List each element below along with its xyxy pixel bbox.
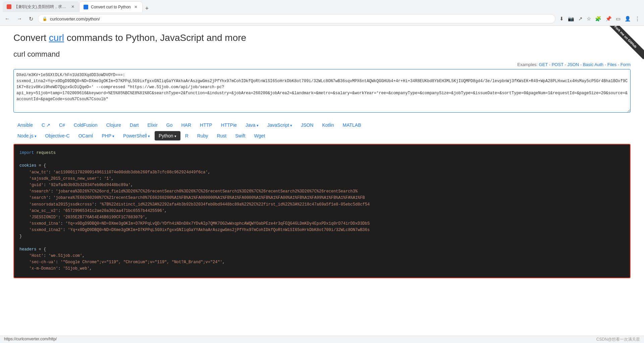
tab-ansible[interactable]: Ansible — [13, 120, 37, 130]
toolbar-icons: ⬇ 📷 ↗ ☆ 🧩 📌 ▭ 👤 ⋮ — [558, 14, 641, 23]
tab-ocaml[interactable]: OCaml — [74, 131, 97, 140]
new-tab-button[interactable]: + — [143, 5, 152, 12]
tab-elixir[interactable]: Elixir — [143, 120, 161, 130]
back-button[interactable]: ← — [3, 14, 12, 23]
tab-favicon-2 — [84, 5, 88, 9]
tab-http[interactable]: HTTP — [196, 120, 216, 130]
code-line-13: } — [19, 233, 625, 240]
tab-nodejs[interactable]: Node.js — [13, 131, 41, 140]
code-line-7: 'search': 'jobarea%7E60260200%7C%21recen… — [19, 195, 625, 201]
tab-json[interactable]: JSON — [297, 120, 317, 130]
main-title-suffix: commands to Python, JavaScript and more — [64, 33, 246, 43]
code-line-4: 'sajssdk_2015_cross_new_user': '1', — [19, 176, 625, 182]
lang-tabs-row-1: Ansible C ↗ C# ColdFusion Clojure Dart E… — [13, 120, 631, 130]
code-line-6: 'nsearch': 'jobarea%3D26%7C%26ord_field%… — [19, 188, 625, 195]
screenshot-icon[interactable]: 📷 — [567, 14, 576, 23]
code-output: import requests cookies = { 'acw_tc': 'a… — [13, 144, 631, 278]
code-line-12: 'ssxmod_itna2': 'Yq+x0DgD9DBQ0=ND=DXme3g… — [19, 227, 625, 233]
section-title: curl command — [13, 50, 631, 59]
tab-java[interactable]: Java — [241, 120, 263, 130]
example-json[interactable]: JSON — [567, 62, 579, 67]
tab-close-1[interactable]: ✕ — [70, 4, 75, 10]
ribbon-wrapper[interactable]: Fork me on GitHub — [604, 26, 644, 66]
main-title-prefix: Convert — [13, 33, 49, 43]
tab-clojure[interactable]: Clojure — [102, 120, 125, 130]
code-line-10: 'JSESSIONID': '2035E2B776A54E46B6199CF1C… — [19, 214, 625, 221]
code-line-9: 'acw_sc__v2': '65729965341c2ae20a302aa47… — [19, 208, 625, 214]
tab-ruby[interactable]: Ruby — [193, 131, 212, 140]
main-title: Convert curl commands to Python, JavaScr… — [13, 33, 631, 43]
curl-input[interactable]: DXeU/m3KV+1eSGXtDLK/hFn1Ud3OXqdDD3oWDVOY… — [13, 69, 631, 113]
share-icon[interactable]: ↗ — [577, 14, 584, 23]
tab-go[interactable]: Go — [162, 120, 177, 130]
tab-javascript[interactable]: JavaScript — [263, 120, 296, 130]
ribbon-label: Fork me on GitHub — [604, 26, 644, 59]
bookmark-icon[interactable]: ☆ — [585, 14, 592, 23]
lang-tabs-row-2: Node.js Objective-C OCaml PHP PowerShell… — [13, 131, 631, 140]
tab-kotlin[interactable]: Kotlin — [318, 120, 338, 130]
tab-inactive[interactable]: 【兼职(全文),贵阳招聘，求职】 ✕ — [3, 1, 79, 12]
download-icon[interactable]: ⬇ — [558, 14, 565, 23]
code-line-5: 'guid': '92afa4b3b92b32034feb0bd9448bc89… — [19, 182, 625, 188]
tab-powershell[interactable]: PowerShell — [119, 131, 154, 140]
page-content: Fork me on GitHub Convert curl commands … — [0, 26, 644, 285]
tab-rust[interactable]: Rust — [213, 131, 230, 140]
examples-line: Examples: GET - POST - JSON - Basic Auth… — [13, 62, 631, 67]
extensions-icon[interactable]: 🧩 — [594, 14, 603, 23]
tab-active[interactable]: Convert curl to Python ✕ — [79, 1, 143, 12]
example-get[interactable]: GET — [539, 62, 548, 67]
code-line-8: 'sensorsdata2015jssdkcross': '%7B%22dist… — [19, 202, 625, 208]
tab-python[interactable]: Python — [155, 131, 180, 140]
tab-dart[interactable]: Dart — [126, 120, 143, 130]
lock-icon: 🔒 — [42, 16, 47, 21]
code-line-2: cookies = { — [19, 163, 625, 169]
forward-button[interactable]: → — [15, 14, 24, 23]
tab-httppie[interactable]: HTTPie — [217, 120, 241, 130]
tab-r[interactable]: R — [181, 131, 193, 140]
curl-link[interactable]: curl — [49, 33, 64, 43]
tab-csharp[interactable]: C# — [55, 120, 69, 130]
browser-chrome: 【兼职(全文),贵阳招聘，求职】 ✕ Convert curl to Pytho… — [0, 0, 644, 26]
address-bar-row: ← → ↻ 🔒 curlconverter.com/python/ ⬇ 📷 ↗ … — [0, 12, 644, 25]
tab-label-2: Convert curl to Python — [91, 5, 131, 9]
code-line-1: import requests — [19, 150, 625, 156]
reload-button[interactable]: ↻ — [27, 14, 35, 23]
pin-icon[interactable]: 📌 — [604, 14, 613, 23]
address-bar[interactable]: 🔒 curlconverter.com/python/ — [38, 14, 555, 23]
example-basic-auth[interactable]: Basic Auth — [583, 62, 603, 67]
code-line-14: headers = { — [19, 246, 625, 253]
lang-tabs-section: Ansible C ↗ C# ColdFusion Clojure Dart E… — [13, 120, 631, 140]
tab-wget[interactable]: Wget — [250, 131, 269, 140]
tab-matlab[interactable]: MATLAB — [339, 120, 365, 130]
tab-har[interactable]: HAR — [177, 120, 196, 130]
tab-swift[interactable]: Swift — [231, 131, 249, 140]
tab-bar: 【兼职(全文),贵阳招聘，求职】 ✕ Convert curl to Pytho… — [0, 0, 644, 12]
sidebar-icon[interactable]: ▭ — [614, 14, 622, 23]
tab-php[interactable]: PHP — [98, 131, 118, 140]
tab-c[interactable]: C ↗ — [38, 120, 54, 130]
tab-coldfusion[interactable]: ColdFusion — [70, 120, 102, 130]
tab-objective-c[interactable]: Objective-C — [41, 131, 74, 140]
menu-icon[interactable]: ⋮ — [634, 14, 641, 23]
code-line-15: 'Host': 'we.51job.com', — [19, 253, 625, 259]
code-line-11: 'ssxmod_itna': 'Yq+x0DgD9DBQ0=ND=DXme3gO… — [19, 221, 625, 227]
code-line-3: 'acw_tc': 'ac11000117020091496111074e00d… — [19, 169, 625, 176]
tab-close-2[interactable]: ✕ — [133, 4, 138, 10]
tab-label-1: 【兼职(全文),贵阳招聘，求职】 — [14, 4, 68, 10]
code-line-17: 'x-m-Domain': '51job_web', — [19, 266, 625, 272]
tab-favicon-1 — [7, 4, 11, 9]
example-post[interactable]: POST — [552, 62, 564, 67]
profile-icon[interactable]: 👤 — [623, 14, 632, 23]
address-text: curlconverter.com/python/ — [50, 16, 100, 21]
code-line-16: 'sec-ch-ua': '"Google Chrome";v="119", "… — [19, 259, 625, 266]
